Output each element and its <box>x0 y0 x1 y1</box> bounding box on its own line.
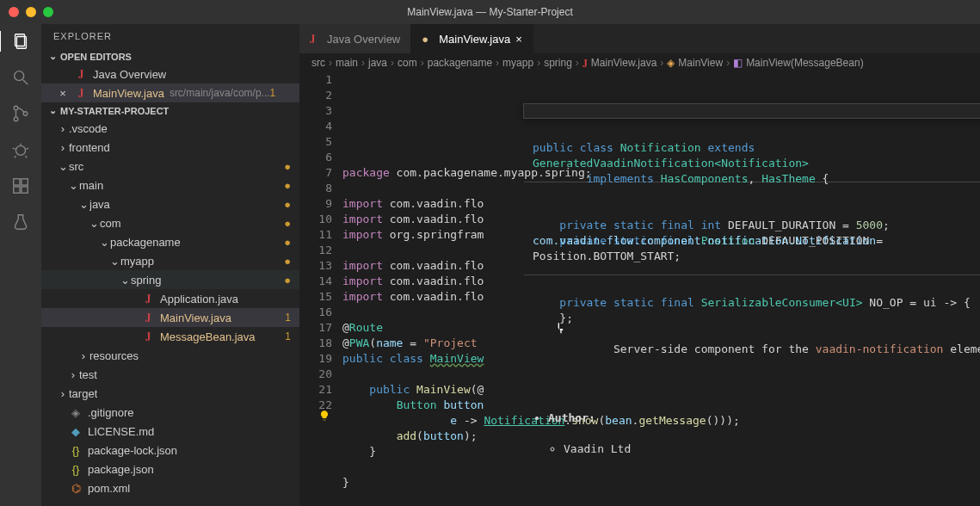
chevron-icon: ⌄ <box>98 236 110 249</box>
search-activity-icon[interactable] <box>10 67 31 88</box>
svg-rect-13 <box>14 179 20 185</box>
project-header[interactable]: ⌄ MY-STARTER-PROJECT <box>41 102 299 119</box>
maximize-window-button[interactable] <box>43 7 53 17</box>
code-content[interactable]: package com.packagename.myapp.spring;imp… <box>342 72 980 506</box>
tree-item[interactable]: ⌄packagename● <box>41 232 299 251</box>
tree-item[interactable]: ›.vscode <box>41 119 299 138</box>
source-control-activity-icon[interactable] <box>10 103 31 124</box>
tree-item[interactable]: ›resources <box>41 346 299 365</box>
tree-item[interactable]: ⌄main● <box>41 176 299 194</box>
close-icon[interactable]: × <box>57 87 69 100</box>
chevron-icon: ⌄ <box>108 255 120 268</box>
tree-item[interactable]: 𝐉Application.java <box>41 289 299 308</box>
window-title: MainView.java — My-Starter-Project <box>0 6 980 18</box>
tree-item[interactable]: 𝐉MessageBean.java1 <box>41 327 299 346</box>
explorer-sidebar: EXPLORER ⌄ OPEN EDITORS 𝐉 Java Overview … <box>41 24 299 506</box>
editor-tabs: 𝐉 Java Overview ● MainView.java × <box>299 24 980 53</box>
tree-item[interactable]: ›frontend <box>41 138 299 157</box>
close-window-button[interactable] <box>9 7 19 17</box>
chevron-icon: › <box>67 368 79 381</box>
editor-area: 𝐉 Java Overview ● MainView.java × src› m… <box>299 24 980 506</box>
svg-point-7 <box>16 145 26 155</box>
svg-line-9 <box>15 156 16 157</box>
modified-dot-icon: ● <box>422 33 434 46</box>
tree-item[interactable]: ⌄com● <box>41 213 299 232</box>
java-file-icon: 𝐉 <box>74 86 88 100</box>
tree-item[interactable]: ›target <box>41 384 299 403</box>
debug-activity-icon[interactable] <box>10 139 31 160</box>
code-editor[interactable]: 12345678910111213141516171819202122 pack… <box>299 72 980 506</box>
java-icon: 𝐉 <box>310 32 322 46</box>
java-file-icon: 𝐉 <box>582 57 588 69</box>
svg-line-11 <box>13 148 15 149</box>
hover-signature: public class Notification extends Genera… <box>524 135 980 151</box>
tree-item[interactable]: ◆LICENSE.md <box>41 422 299 441</box>
chevron-down-icon: ⌄ <box>46 105 59 116</box>
open-editor-item[interactable]: × 𝐉 MainView.java src/main/java/com/p...… <box>41 83 299 102</box>
svg-line-12 <box>26 148 28 149</box>
svg-line-3 <box>23 80 28 85</box>
open-editor-item[interactable]: 𝐉 Java Overview <box>41 65 299 83</box>
hover-tooltip: public class Notification extends Genera… <box>523 103 980 119</box>
chevron-icon: › <box>57 141 69 154</box>
svg-line-10 <box>26 156 28 157</box>
test-activity-icon[interactable] <box>10 212 31 232</box>
java-file-icon: 𝐉 <box>74 67 88 81</box>
svg-point-5 <box>14 117 18 121</box>
chevron-icon: › <box>77 349 89 362</box>
tree-item[interactable]: ⌄src● <box>41 157 299 176</box>
tree-item[interactable]: ⌄myapp● <box>41 251 299 270</box>
svg-point-6 <box>23 112 28 116</box>
svg-rect-14 <box>14 187 20 193</box>
tree-item[interactable]: ⌄java● <box>41 194 299 213</box>
tree-item[interactable]: {}package-lock.json <box>41 441 299 460</box>
svg-rect-15 <box>22 187 28 193</box>
activity-bar <box>0 24 41 506</box>
tab-java-overview[interactable]: 𝐉 Java Overview <box>299 24 411 53</box>
chevron-icon: ⌄ <box>77 198 89 211</box>
tab-mainview[interactable]: ● MainView.java × <box>411 24 533 53</box>
minimize-window-button[interactable] <box>26 7 36 17</box>
chevron-icon: ⌄ <box>88 217 100 230</box>
open-editors-list: 𝐉 Java Overview × 𝐉 MainView.java src/ma… <box>41 65 299 102</box>
svg-point-4 <box>14 106 18 110</box>
breadcrumb[interactable]: src› main› java› com› packagename› myapp… <box>299 53 980 72</box>
extensions-activity-icon[interactable] <box>10 176 31 196</box>
tree-item[interactable]: ⌄spring● <box>41 270 299 289</box>
method-icon: ◧ <box>733 57 743 69</box>
tree-item[interactable]: ⌬pom.xml <box>41 478 299 497</box>
line-number-gutter: 12345678910111213141516171819202122 <box>299 72 342 506</box>
class-icon: ◈ <box>667 57 675 69</box>
titlebar: MainView.java — My-Starter-Project <box>0 0 980 24</box>
file-tree: ›.vscode›frontend⌄src●⌄main●⌄java●⌄com●⌄… <box>41 119 299 506</box>
chevron-icon: ⌄ <box>119 274 131 287</box>
chevron-icon: ⌄ <box>57 160 69 173</box>
tree-item[interactable]: 𝐉MainView.java1 <box>41 308 299 327</box>
chevron-icon: › <box>57 387 69 400</box>
tree-item[interactable]: {}package.json <box>41 460 299 478</box>
chevron-icon: › <box>57 122 69 135</box>
tree-item[interactable]: ◈.gitignore <box>41 403 299 422</box>
explorer-activity-icon[interactable] <box>0 31 40 52</box>
chevron-icon: ⌄ <box>67 179 79 192</box>
pointer-cursor-icon <box>554 322 568 336</box>
chevron-down-icon: ⌄ <box>46 51 59 62</box>
hover-description: Server-side component for the vaadin-not… <box>524 321 980 336</box>
tree-item[interactable]: ›test <box>41 365 299 384</box>
explorer-title: EXPLORER <box>41 24 299 48</box>
svg-rect-16 <box>22 179 28 185</box>
close-icon[interactable]: × <box>515 33 522 46</box>
open-editors-header[interactable]: ⌄ OPEN EDITORS <box>41 48 299 65</box>
svg-point-2 <box>15 71 24 81</box>
